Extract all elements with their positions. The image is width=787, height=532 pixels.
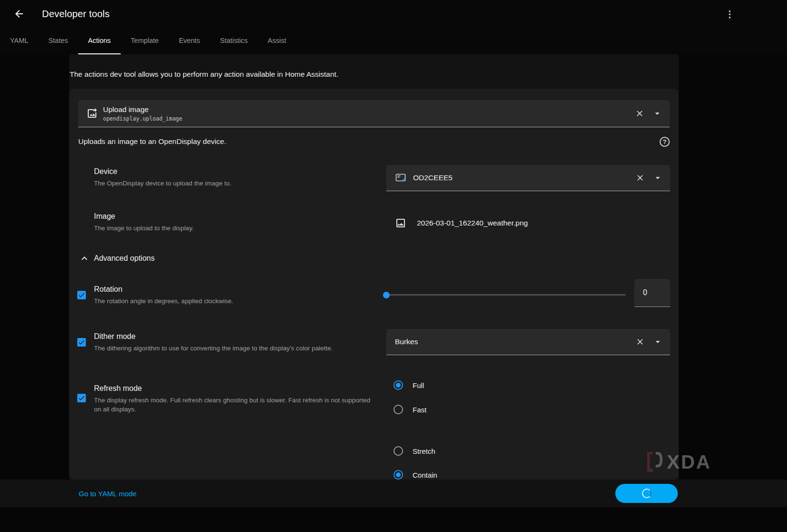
rotation-checkbox[interactable]: [77, 291, 86, 299]
clear-action-button[interactable]: [634, 108, 645, 119]
action-picker[interactable]: Upload image opendisplay.upload_image: [78, 100, 670, 127]
bottom-bar: Go to YAML mode: [0, 480, 787, 507]
caret-down-icon: [652, 173, 663, 183]
dither-description: The dithering algorithm to use for conve…: [94, 344, 375, 353]
radio-label-contain: Contain: [413, 471, 437, 479]
refresh-description: The display refresh mode. Full refresh c…: [94, 396, 375, 414]
image-field-label: Image The image to upload to the display…: [94, 212, 375, 233]
device-field-label: Device The OpenDisplay device to upload …: [94, 167, 375, 188]
image-file-icon: [395, 217, 406, 229]
tab-bar: YAML States Actions Template Events Stat…: [0, 28, 787, 54]
dither-label: Dither mode: [94, 332, 375, 341]
radio-selected-icon: [394, 380, 403, 390]
advanced-options-toggle[interactable]: Advanced options: [79, 253, 155, 264]
close-icon: [635, 337, 645, 347]
content-column: The actions dev tool allows you to perfo…: [69, 54, 679, 480]
scaling-option-stretch[interactable]: Stretch: [394, 446, 435, 456]
radio-label-full: Full: [413, 381, 424, 389]
refresh-option-fast[interactable]: Fast: [394, 405, 426, 414]
tab-states[interactable]: States: [38, 28, 78, 54]
radio-unselected-icon: [394, 405, 403, 414]
image-file-row[interactable]: 2026-03-01_162240_weather.png: [395, 217, 528, 229]
refresh-label: Refresh mode: [94, 384, 375, 393]
help-icon[interactable]: ?: [660, 137, 670, 147]
scaling-option-contain[interactable]: Contain: [394, 470, 437, 480]
image-label: Image: [94, 212, 375, 221]
back-button[interactable]: [13, 8, 25, 20]
action-dropdown-button[interactable]: [652, 108, 663, 119]
go-to-yaml-link[interactable]: Go to YAML mode: [79, 490, 136, 498]
refresh-option-full[interactable]: Full: [394, 380, 424, 390]
tab-template[interactable]: Template: [121, 28, 169, 54]
loading-spinner-icon: [642, 489, 652, 498]
device-dropdown-button[interactable]: [652, 172, 663, 184]
developer-tools-screen: Developer tools ⋮ YAML States Actions Te…: [0, 0, 787, 532]
intro-text: The actions dev tool allows you to perfo…: [70, 70, 338, 79]
display-device-icon: [395, 172, 406, 184]
chevron-up-icon: [79, 253, 90, 264]
action-name: Upload image: [103, 105, 182, 114]
refresh-field-label: Refresh mode The display refresh mode. F…: [94, 384, 375, 414]
close-icon: [635, 173, 645, 183]
dither-value: Burkes: [395, 338, 418, 346]
tab-assist[interactable]: Assist: [258, 28, 296, 54]
action-description: Uploads an image to an OpenDisplay devic…: [78, 137, 226, 146]
tab-events[interactable]: Events: [169, 28, 210, 54]
caret-down-icon: [652, 108, 663, 119]
device-description: The OpenDisplay device to upload the ima…: [94, 179, 375, 188]
close-icon: [635, 109, 644, 118]
perform-action-button[interactable]: [615, 484, 678, 503]
radio-label-fast: Fast: [413, 406, 426, 414]
tab-actions[interactable]: Actions: [78, 28, 121, 54]
device-value: OD2CEEE5: [413, 174, 453, 182]
image-description: The image to upload to the display.: [94, 224, 375, 233]
dither-dropdown-button[interactable]: [652, 336, 663, 348]
app-bar: Developer tools ⋮: [0, 0, 787, 28]
slider-track: [383, 294, 626, 296]
caret-down-icon: [652, 337, 663, 347]
picker-trailing-icons: [634, 108, 663, 119]
check-icon: [78, 338, 85, 346]
dither-clear-button[interactable]: [634, 336, 646, 348]
device-clear-button[interactable]: [634, 172, 646, 184]
refresh-checkbox[interactable]: [77, 394, 86, 402]
rotation-value-input[interactable]: 0: [634, 279, 670, 307]
action-service-id: opendisplay.upload_image: [103, 115, 182, 122]
rotation-slider[interactable]: [383, 290, 626, 300]
upload-image-icon: [86, 108, 98, 119]
dither-checkbox[interactable]: [77, 338, 86, 347]
device-select[interactable]: OD2CEEE5: [386, 165, 670, 191]
dither-field-label: Dither mode The dithering algorithm to u…: [94, 332, 375, 353]
dither-select[interactable]: Burkes: [386, 329, 670, 355]
radio-selected-icon: [394, 470, 403, 480]
rotation-description: The rotation angle in degrees, applied c…: [94, 297, 375, 306]
image-filename: 2026-03-01_162240_weather.png: [417, 219, 528, 227]
radio-label-stretch: Stretch: [413, 447, 435, 455]
page-title: Developer tools: [42, 9, 110, 20]
action-description-row: Uploads an image to an OpenDisplay devic…: [78, 135, 670, 148]
overflow-menu-icon[interactable]: ⋮: [724, 9, 735, 20]
tab-statistics[interactable]: Statistics: [210, 28, 258, 54]
device-label: Device: [94, 167, 375, 176]
check-icon: [78, 291, 85, 299]
dither-trailing-icons: [634, 336, 663, 348]
arrow-back-icon: [13, 8, 25, 20]
advanced-options-label: Advanced options: [94, 254, 155, 263]
action-card: Upload image opendisplay.upload_image Up…: [69, 89, 679, 480]
action-picker-text: Upload image opendisplay.upload_image: [103, 105, 182, 122]
radio-unselected-icon: [394, 446, 403, 456]
rotation-label: Rotation: [94, 285, 375, 294]
device-trailing-icons: [634, 172, 663, 184]
slider-thumb[interactable]: [383, 292, 390, 298]
rotation-field-label: Rotation The rotation angle in degrees, …: [94, 285, 375, 306]
check-icon: [78, 394, 85, 402]
tab-yaml[interactable]: YAML: [0, 28, 38, 54]
